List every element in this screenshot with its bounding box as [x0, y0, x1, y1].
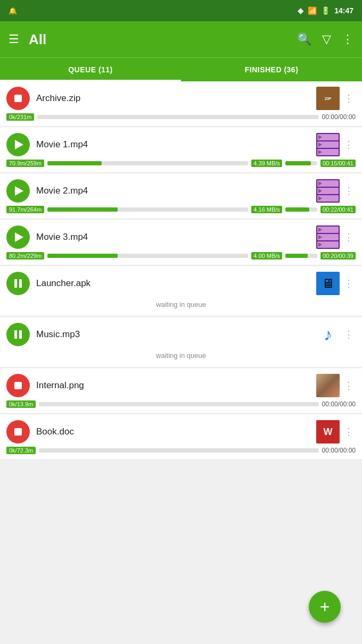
pause-button[interactable] [6, 272, 30, 295]
time-display: 00:00/00:00 [322, 447, 356, 454]
time-display: 00:22/00:41 [320, 206, 356, 213]
signal-icon: 📶 [308, 6, 317, 15]
file-thumbnail: 🖥 [316, 272, 340, 295]
tab-finished[interactable]: FINISHED (36) [181, 58, 362, 81]
file-name: Internal.png [36, 380, 84, 391]
speed-bar [285, 161, 317, 165]
file-thumbnail [316, 133, 340, 156]
list-item: Book.doc W ⋮ 0k/72.3m 00:00/00:00 [0, 415, 362, 460]
status-bar: 🔔 ◈ 📶 🔋 14:47 [0, 0, 362, 21]
music-status-icon: 🔔 [9, 7, 17, 15]
status-right: ◈ 📶 🔋 14:47 [298, 6, 353, 15]
time-display: 00:15/00:41 [320, 160, 356, 167]
stop-button[interactable] [6, 87, 30, 110]
file-size: 70.9m/259m [6, 160, 44, 167]
speed-bar [285, 254, 317, 258]
file-thumbnail [316, 179, 340, 203]
play-button[interactable] [6, 133, 30, 156]
play-button[interactable] [6, 179, 30, 203]
file-name: Archive.zip [36, 93, 80, 104]
wifi-icon: ◈ [298, 6, 303, 15]
file-name: Movie 3.mp4 [36, 232, 88, 242]
play-icon [15, 186, 23, 196]
speed-display: 4.00 MB/s [251, 252, 282, 260]
file-size: 0k/72.3m [6, 447, 36, 454]
list-item: Movie 3.mp4 ⋮ 80.2m/229m 4.00 MB/s [0, 220, 362, 265]
progress-bar [47, 161, 248, 165]
file-name: Book.doc [36, 426, 74, 437]
download-list: Archive.zip ZIP ⋮ 0k/231m 00:00/00:00 [0, 81, 362, 460]
search-icon[interactable]: 🔍 [297, 32, 311, 46]
list-item: Movie 2.mp4 ⋮ 91.7m/264m 4.16 MB/s [0, 174, 362, 219]
progress-bar [37, 115, 318, 119]
waiting-text: waiting in queue [156, 300, 206, 308]
more-options-icon[interactable]: ⋮ [342, 32, 353, 46]
filter-icon[interactable]: ▽ [322, 32, 331, 46]
page-title: All [29, 31, 297, 48]
stop-button[interactable] [6, 374, 30, 397]
file-size: 0k/231m [6, 113, 34, 121]
list-item: Internal.png ⋮ 0k/13.9m 00:00/00:00 [0, 369, 362, 414]
progress-fill [47, 254, 118, 258]
list-item: Movie 1.mp4 ⋮ 70.9m/259m 4.39 MB/s [0, 128, 362, 173]
item-more-icon[interactable]: ⋮ [342, 137, 356, 153]
progress-fill [47, 161, 102, 165]
file-thumbnail [316, 225, 340, 249]
play-icon [15, 140, 23, 149]
item-more-icon[interactable]: ⋮ [342, 90, 356, 106]
stop-icon [14, 428, 22, 436]
add-download-fab[interactable]: + [309, 591, 341, 623]
battery-icon: 🔋 [321, 6, 330, 15]
time: 14:47 [334, 6, 353, 15]
file-name: Movie 2.mp4 [36, 186, 88, 196]
progress-fill [47, 207, 118, 212]
list-item: Archive.zip ZIP ⋮ 0k/231m 00:00/00:00 [0, 81, 362, 127]
pause-icon [14, 279, 22, 288]
file-size: 0k/13.9m [6, 400, 36, 408]
tabs: QUEUE (11) FINISHED (36) [0, 57, 362, 81]
hamburger-menu-icon[interactable]: ☰ [9, 32, 19, 46]
file-thumbnail [316, 374, 340, 397]
file-name: Movie 1.mp4 [36, 139, 88, 150]
item-more-icon[interactable]: ⋮ [342, 378, 356, 394]
progress-bar [47, 254, 248, 258]
item-more-icon[interactable]: ⋮ [342, 424, 356, 440]
play-icon [15, 232, 23, 242]
item-more-icon[interactable]: ⋮ [342, 229, 356, 245]
file-thumbnail: ♪ [316, 323, 340, 346]
stop-icon [14, 95, 22, 102]
waiting-text: waiting in queue [156, 352, 206, 359]
stop-icon [14, 382, 22, 389]
play-button[interactable] [6, 225, 30, 249]
file-thumbnail: ZIP [316, 87, 340, 110]
speed-display: 4.16 MB/s [251, 206, 282, 213]
tab-queue[interactable]: QUEUE (11) [0, 58, 181, 81]
speed-bar [285, 207, 317, 212]
progress-bar [39, 448, 318, 453]
file-size: 80.2m/229m [6, 252, 44, 260]
progress-bar [39, 402, 318, 406]
status-left: 🔔 [9, 7, 17, 15]
item-more-icon[interactable]: ⋮ [342, 183, 356, 199]
pause-button[interactable] [6, 323, 30, 346]
item-more-icon[interactable]: ⋮ [342, 275, 356, 291]
progress-bar [47, 207, 248, 212]
file-name: Launcher.apk [36, 278, 90, 289]
list-item: Launcher.apk 🖥 ⋮ waiting in queue [0, 266, 362, 316]
time-display: 00:20/00:39 [320, 252, 356, 260]
top-bar-icons: 🔍 ▽ ⋮ [297, 32, 353, 46]
speed-display: 4.39 MB/s [251, 160, 282, 167]
time-display: 00:00/00:00 [322, 113, 356, 121]
file-thumbnail: W [316, 420, 340, 444]
top-bar: ☰ All 🔍 ▽ ⋮ [0, 21, 362, 57]
file-size: 91.7m/264m [6, 206, 44, 213]
stop-button[interactable] [6, 420, 30, 444]
item-more-icon[interactable]: ⋮ [342, 327, 356, 342]
pause-icon [14, 330, 22, 339]
time-display: 00:00/00:00 [322, 400, 356, 408]
file-name: Music.mp3 [36, 329, 80, 340]
list-item: Music.mp3 ♪ ⋮ waiting in queue [0, 317, 362, 367]
